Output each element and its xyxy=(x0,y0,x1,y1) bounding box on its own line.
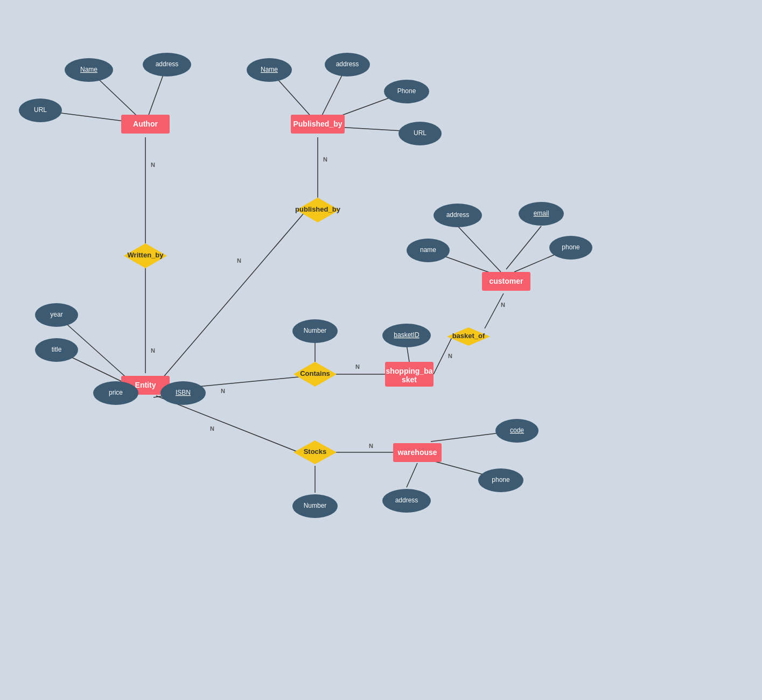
attr-customer-email-label: email xyxy=(534,209,549,217)
relation-basket-of-label: basket_of xyxy=(452,332,485,340)
svg-text:N: N xyxy=(501,302,505,308)
svg-text:N: N xyxy=(151,347,155,354)
attr-entity-year-label: year xyxy=(50,311,62,318)
attr-warehouse-address-label: address xyxy=(395,496,418,504)
entity-customer-label: customer xyxy=(489,277,523,285)
attr-entity-title-label: title xyxy=(52,346,62,353)
svg-rect-0 xyxy=(0,0,762,700)
attr-customer-phone-label: phone xyxy=(562,243,580,251)
attr-entity-isbn-label: ISBN xyxy=(176,389,191,396)
attr-author-address-label: address xyxy=(156,60,179,68)
svg-text:N: N xyxy=(448,353,452,359)
entity-warehouse-label: warehouse xyxy=(397,448,437,457)
attr-pub-url-label: URL xyxy=(414,129,427,137)
attr-contains-number-label: Number xyxy=(304,327,327,334)
relation-stocks-label: Stocks xyxy=(304,447,327,456)
svg-text:N: N xyxy=(221,388,225,394)
attr-pub-name-label: Name xyxy=(261,66,278,73)
svg-text:N: N xyxy=(237,257,241,264)
svg-text:N: N xyxy=(369,443,373,449)
attr-author-name-label: Name xyxy=(80,66,97,73)
attr-basket-id-label: basketID xyxy=(394,331,420,339)
attr-customer-name-label: name xyxy=(420,246,436,254)
svg-text:N: N xyxy=(210,425,214,432)
attr-warehouse-phone-label: phone xyxy=(492,476,510,484)
entity-entity-label: Entity xyxy=(135,381,156,389)
attr-pub-phone-label: Phone xyxy=(397,87,416,95)
relation-contains-label: Contains xyxy=(300,369,330,377)
svg-text:N: N xyxy=(151,162,155,168)
relation-published-by-rel-label: published_by xyxy=(295,205,341,213)
svg-text:N: N xyxy=(355,363,360,370)
svg-text:N: N xyxy=(323,156,327,163)
attr-pub-address-label: address xyxy=(336,60,359,68)
relation-written-by-label: Written_by xyxy=(128,251,164,259)
er-diagram: N N N N N N N N N N xyxy=(0,0,762,700)
entity-shopping-basket-label: shopping_ba xyxy=(386,367,432,375)
entity-published-by-label: Published_by xyxy=(293,120,342,128)
attr-entity-price-label: price xyxy=(109,389,123,396)
svg-text:sket: sket xyxy=(402,375,417,384)
attr-customer-address-label: address xyxy=(446,211,470,219)
entity-author-label: Author xyxy=(133,120,158,128)
attr-warehouse-code-label: code xyxy=(510,426,524,434)
attr-author-url-label: URL xyxy=(34,106,47,114)
attr-stocks-number-label: Number xyxy=(304,502,327,509)
